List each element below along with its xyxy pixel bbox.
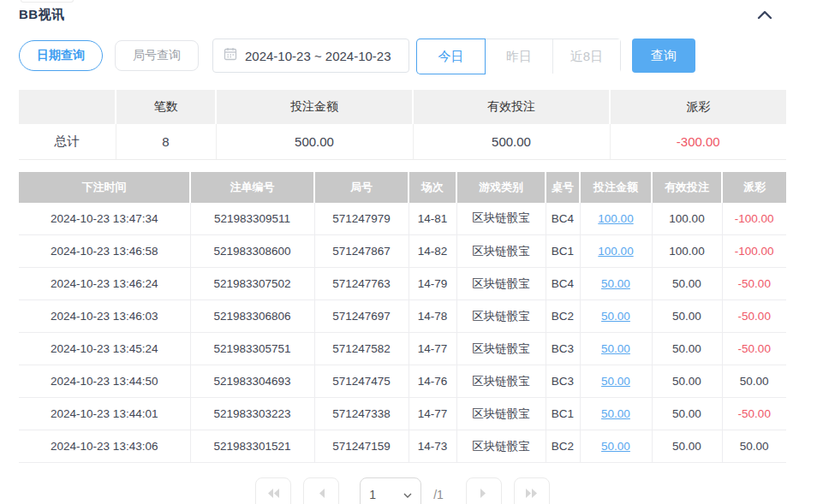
table-row: 2024-10-23 13:45:24 521983305751 5712475… xyxy=(19,333,786,365)
first-page-button[interactable] xyxy=(255,477,291,504)
cell-session: 14-76 xyxy=(408,365,456,398)
cell-game: 区块链骰宝 xyxy=(456,365,546,398)
chevron-down-icon xyxy=(403,489,412,500)
cell-table-no: BC4 xyxy=(546,268,580,300)
table-row: 2024-10-23 13:46:03 521983306806 5712476… xyxy=(19,300,786,333)
table-row: 2024-10-23 13:44:01 521983303223 5712473… xyxy=(19,398,786,430)
bet-amount-link[interactable]: 50.00 xyxy=(601,375,630,388)
page-select[interactable]: 1 xyxy=(360,477,421,504)
cell-round: 571247763 xyxy=(314,268,408,300)
cell-bet: 50.00 xyxy=(580,333,652,365)
cell-bet: 100.00 xyxy=(580,235,652,268)
summary-table: 笔数 投注金额 有效投注 派彩 总计 8 500.00 500.00 -300.… xyxy=(19,90,786,160)
summary-bet-amount-value: 500.00 xyxy=(216,124,413,159)
summary-count-value: 8 xyxy=(116,124,216,159)
col-header-payout: 派彩 xyxy=(722,172,786,203)
cell-order: 521983303223 xyxy=(190,398,314,430)
cell-table-no: BC4 xyxy=(546,203,580,235)
arrow-left-icon xyxy=(318,488,325,501)
quick-date-group: 今日 昨日 近8日 xyxy=(416,39,621,73)
last-page-button[interactable] xyxy=(514,477,550,504)
col-header-round-number: 局号 xyxy=(314,172,408,203)
cell-payout: -50.00 xyxy=(722,398,786,430)
bet-amount-link[interactable]: 50.00 xyxy=(601,407,630,420)
cell-session: 14-78 xyxy=(408,300,456,333)
bet-amount-link[interactable]: 50.00 xyxy=(601,277,630,290)
cell-round: 571247338 xyxy=(314,398,408,430)
cell-session: 14-73 xyxy=(408,430,456,463)
bet-table-body: 2024-10-23 13:47:34 521983309511 5712479… xyxy=(19,203,786,463)
cell-game: 区块链骰宝 xyxy=(456,430,546,463)
summary-total-row: 总计 8 500.00 500.00 -300.00 xyxy=(19,124,786,159)
table-row: 2024-10-23 13:43:06 521983301521 5712471… xyxy=(19,430,786,463)
page-title: BB视讯 xyxy=(19,7,65,23)
cell-round: 571247697 xyxy=(314,300,408,333)
cell-table-no: BC1 xyxy=(546,235,580,268)
cell-valid: 50.00 xyxy=(652,398,722,430)
page-select-value: 1 xyxy=(369,488,376,501)
calendar-icon xyxy=(224,47,237,64)
col-header-session: 场次 xyxy=(408,172,456,203)
table-row: 2024-10-23 13:47:34 521983309511 5712479… xyxy=(19,203,786,235)
filter-bar: 日期查询 局号查询 2024-10-23 ~ 2024-10-23 今日 昨日 … xyxy=(19,39,786,73)
cell-time: 2024-10-23 13:44:01 xyxy=(19,398,190,430)
collapse-panel-button[interactable] xyxy=(754,9,776,21)
page-total-label: /1 xyxy=(433,488,444,501)
cell-bet: 100.00 xyxy=(580,203,652,235)
cell-order: 521983301521 xyxy=(190,430,314,463)
summary-header-count: 笔数 xyxy=(116,90,216,124)
bet-amount-link[interactable]: 100.00 xyxy=(598,245,633,258)
next-page-button[interactable] xyxy=(466,477,502,504)
double-arrow-right-icon xyxy=(525,488,539,501)
date-range-input[interactable]: 2024-10-23 ~ 2024-10-23 xyxy=(212,39,409,73)
bet-records-table: 下注时间 注单编号 局号 场次 游戏类别 桌号 投注金额 有效投注 派彩 202… xyxy=(19,172,786,464)
summary-header-row: 笔数 投注金额 有效投注 派彩 xyxy=(19,90,786,124)
bet-amount-link[interactable]: 50.00 xyxy=(601,440,630,453)
quick-date-yesterday[interactable]: 昨日 xyxy=(485,39,552,74)
cell-order: 521983306806 xyxy=(190,300,314,333)
date-query-tab[interactable]: 日期查询 xyxy=(19,40,103,71)
cell-order: 521983308600 xyxy=(190,235,314,268)
cell-valid: 50.00 xyxy=(652,268,722,300)
cell-bet: 50.00 xyxy=(580,430,652,463)
cell-valid: 100.00 xyxy=(652,203,722,235)
prev-page-button[interactable] xyxy=(303,477,339,504)
summary-header-blank xyxy=(19,90,116,124)
cell-table-no: BC1 xyxy=(546,398,580,430)
cell-game: 区块链骰宝 xyxy=(456,235,546,268)
cell-valid: 50.00 xyxy=(652,430,722,463)
query-button[interactable]: 查询 xyxy=(632,39,695,73)
bet-amount-link[interactable]: 50.00 xyxy=(601,342,630,355)
cell-time: 2024-10-23 13:46:24 xyxy=(19,268,190,300)
cell-order: 521983307502 xyxy=(190,268,314,300)
cell-time: 2024-10-23 13:45:24 xyxy=(19,333,190,365)
cell-bet: 50.00 xyxy=(580,365,652,398)
cell-round: 571247867 xyxy=(314,235,408,268)
quick-date-today[interactable]: 今日 xyxy=(417,39,485,74)
bet-amount-link[interactable]: 100.00 xyxy=(598,212,633,225)
cell-payout: 50.00 xyxy=(722,430,786,463)
cell-game: 区块链骰宝 xyxy=(456,268,546,300)
pagination: 1 /1 xyxy=(19,477,786,504)
col-header-game-type: 游戏类别 xyxy=(456,172,546,203)
bet-amount-link[interactable]: 50.00 xyxy=(601,310,630,323)
cell-payout: -50.00 xyxy=(722,333,786,365)
cell-order: 521983304693 xyxy=(190,365,314,398)
col-header-valid-bet: 有效投注 xyxy=(652,172,722,203)
cell-order: 521983305751 xyxy=(190,333,314,365)
double-arrow-left-icon xyxy=(266,488,280,501)
cell-time: 2024-10-23 13:43:06 xyxy=(19,430,190,463)
cell-table-no: BC2 xyxy=(546,300,580,333)
cell-valid: 50.00 xyxy=(652,333,722,365)
quick-date-last8days[interactable]: 近8日 xyxy=(552,39,620,74)
cell-payout: 50.00 xyxy=(722,365,786,398)
bet-table-header-row: 下注时间 注单编号 局号 场次 游戏类别 桌号 投注金额 有效投注 派彩 xyxy=(19,172,786,203)
cell-session: 14-81 xyxy=(408,203,456,235)
summary-header-payout: 派彩 xyxy=(610,90,786,124)
col-header-bet-amount: 投注金额 xyxy=(580,172,652,203)
cell-game: 区块链骰宝 xyxy=(456,398,546,430)
cell-payout: -50.00 xyxy=(722,268,786,300)
cell-time: 2024-10-23 13:46:03 xyxy=(19,300,190,333)
table-row: 2024-10-23 13:46:24 521983307502 5712477… xyxy=(19,268,786,300)
round-query-tab[interactable]: 局号查询 xyxy=(115,40,199,71)
